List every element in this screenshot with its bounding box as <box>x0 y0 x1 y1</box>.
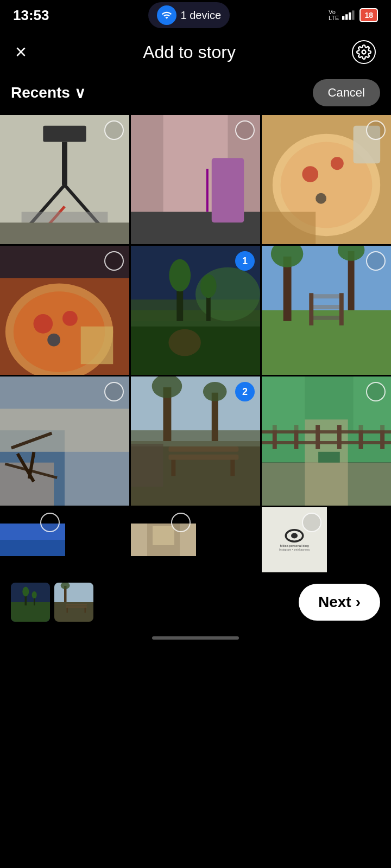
svg-rect-17 <box>206 169 209 212</box>
svg-point-31 <box>62 311 78 326</box>
svg-point-97 <box>291 533 298 539</box>
svg-rect-106 <box>54 583 93 602</box>
svg-rect-101 <box>11 602 50 622</box>
svg-point-43 <box>168 329 201 356</box>
selection-circle[interactable] <box>235 120 255 140</box>
volte-label: Vo LTE <box>329 9 339 21</box>
svg-rect-7 <box>62 142 67 185</box>
photo-cell[interactable] <box>131 115 260 244</box>
svg-rect-53 <box>309 293 313 326</box>
photo-cell[interactable]: 1 <box>131 246 260 375</box>
svg-point-30 <box>33 314 53 334</box>
close-button[interactable]: × <box>15 42 27 62</box>
device-count-label: 1 device <box>181 9 222 22</box>
svg-rect-70 <box>168 446 238 452</box>
selection-circle[interactable] <box>366 120 386 140</box>
status-center: 1 device <box>148 2 230 28</box>
svg-rect-6 <box>43 126 86 142</box>
photo-grid: 1 <box>0 115 391 572</box>
selection-circle[interactable] <box>104 251 124 271</box>
photo-cell[interactable] <box>262 246 391 375</box>
photo-cell[interactable] <box>0 376 129 506</box>
status-bar: 13:53 1 device Vo LTE 18 <box>0 0 391 30</box>
svg-point-39 <box>169 259 191 292</box>
svg-point-69 <box>203 382 227 401</box>
selection-circle[interactable] <box>302 513 321 532</box>
svg-rect-1 <box>345 14 348 20</box>
svg-rect-88 <box>318 452 340 463</box>
svg-rect-3 <box>352 10 355 20</box>
selection-circle[interactable]: 1 <box>235 251 255 271</box>
svg-rect-25 <box>262 212 316 245</box>
svg-point-105 <box>32 591 37 598</box>
thumb-landscape-image <box>11 583 50 622</box>
wifi-icon <box>157 5 176 25</box>
selection-circle[interactable] <box>171 513 191 532</box>
svg-rect-33 <box>81 327 113 364</box>
svg-point-22 <box>331 157 344 170</box>
top-nav: × Add to story <box>0 30 391 74</box>
svg-rect-111 <box>66 607 87 608</box>
selection-circle[interactable] <box>104 382 124 401</box>
selected-thumbnails <box>11 583 93 622</box>
svg-rect-82 <box>316 425 320 449</box>
svg-point-32 <box>47 334 60 347</box>
next-button[interactable]: Next › <box>299 584 380 621</box>
svg-rect-90 <box>0 540 65 556</box>
photo-cell[interactable]: Milica personal blog Instagram • sminkas… <box>262 507 327 572</box>
photo-cell[interactable] <box>0 246 129 375</box>
svg-rect-74 <box>131 444 163 487</box>
page-title: Add to story <box>143 42 236 62</box>
svg-rect-12 <box>0 222 129 244</box>
svg-rect-71 <box>168 455 238 460</box>
svg-rect-112 <box>67 608 68 613</box>
recents-label: Recents <box>11 84 70 101</box>
svg-rect-0 <box>342 16 344 20</box>
svg-rect-83 <box>337 425 342 449</box>
svg-rect-78 <box>262 430 391 433</box>
photo-cell[interactable] <box>262 115 391 244</box>
svg-point-21 <box>302 166 318 182</box>
svg-rect-93 <box>153 526 174 545</box>
photo-cell[interactable]: 2 <box>131 376 260 506</box>
svg-rect-2 <box>349 12 351 20</box>
home-indicator <box>152 636 239 640</box>
photo-cell[interactable] <box>0 507 65 572</box>
thumb-bench-image <box>54 583 93 622</box>
svg-point-41 <box>200 275 217 298</box>
photo-cell[interactable] <box>262 376 391 506</box>
svg-rect-86 <box>262 376 305 430</box>
recents-dropdown-button[interactable]: Recents ∨ <box>11 84 86 102</box>
selection-circle[interactable] <box>104 120 124 140</box>
recents-chevron-icon: ∨ <box>74 84 86 102</box>
svg-rect-79 <box>262 441 391 444</box>
svg-rect-52 <box>310 316 343 320</box>
thumbnail-bench[interactable] <box>54 583 93 622</box>
cancel-button[interactable]: Cancel <box>313 79 380 106</box>
svg-point-103 <box>22 587 29 597</box>
svg-rect-11 <box>22 212 108 223</box>
svg-rect-73 <box>230 460 235 476</box>
svg-rect-50 <box>310 294 343 298</box>
svg-rect-51 <box>310 305 343 309</box>
photo-cell[interactable] <box>0 115 129 244</box>
status-time: 13:53 <box>13 7 49 24</box>
next-label: Next <box>318 593 351 611</box>
svg-rect-113 <box>85 608 86 613</box>
next-chevron-icon: › <box>356 593 361 611</box>
selection-circle[interactable] <box>40 513 60 532</box>
svg-text:Milica personal blog: Milica personal blog <box>280 544 308 547</box>
selection-circle[interactable] <box>366 382 386 401</box>
svg-text:Instagram • sminkasnova: Instagram • sminkasnova <box>279 548 310 551</box>
svg-rect-110 <box>66 604 87 605</box>
svg-rect-72 <box>171 460 175 476</box>
selection-circle[interactable]: 2 <box>235 382 255 401</box>
svg-rect-16 <box>212 158 244 222</box>
settings-button[interactable] <box>352 40 376 64</box>
svg-rect-54 <box>339 293 344 326</box>
selection-circle[interactable] <box>366 251 386 271</box>
filter-bar: Recents ∨ Cancel <box>0 74 391 115</box>
svg-point-4 <box>362 50 366 54</box>
photo-cell[interactable] <box>131 507 196 572</box>
thumbnail-landscape[interactable] <box>11 583 50 622</box>
